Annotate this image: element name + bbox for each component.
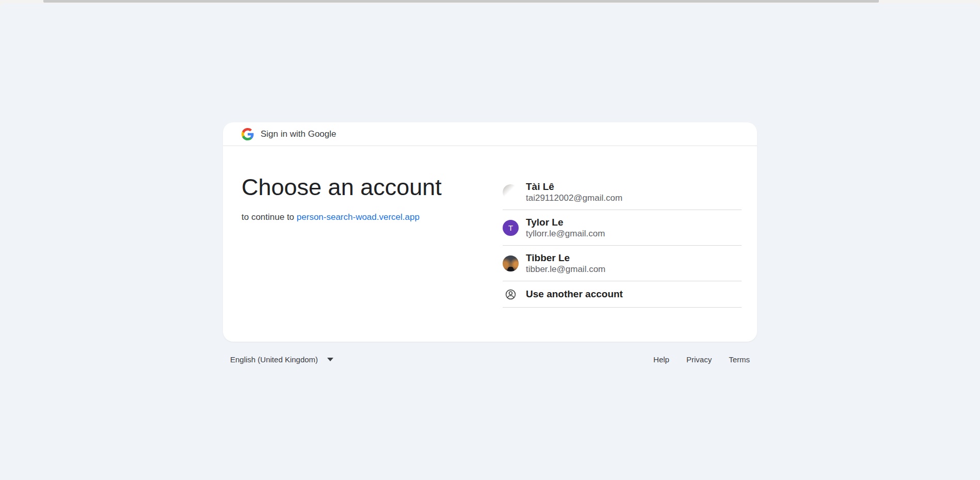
account-email: tibber.le@gmail.com — [526, 264, 605, 275]
terms-link[interactable]: Terms — [729, 355, 750, 364]
card-header: Sign in with Google — [223, 122, 757, 146]
avatar-tylor: T — [503, 220, 519, 236]
app-link[interactable]: person-search-woad.vercel.app — [297, 212, 420, 222]
browser-top-edge — [0, 0, 980, 4]
card-body: Choose an account to continue to person-… — [223, 146, 757, 342]
page-background: Sign in with Google Choose an account to… — [0, 4, 980, 480]
privacy-link[interactable]: Privacy — [686, 355, 712, 364]
caret-down-icon — [327, 358, 333, 361]
google-g-icon — [242, 128, 254, 140]
help-link[interactable]: Help — [653, 355, 669, 364]
account-row-tai[interactable]: Tài Lê tai29112002@gmail.com — [503, 174, 742, 210]
browser-top-bar — [43, 0, 879, 3]
continue-to-prefix: to continue to — [242, 212, 294, 222]
person-circle-icon — [503, 289, 519, 300]
account-email: tyllorr.le@gmail.com — [526, 228, 605, 239]
account-list: Tài Lê tai29112002@gmail.com T Tylor Le … — [503, 174, 742, 308]
account-text: Tibber Le tibber.le@gmail.com — [526, 252, 605, 275]
use-another-account-button[interactable]: Use another account — [503, 281, 742, 308]
account-email: tai29112002@gmail.com — [526, 193, 622, 204]
account-name: Tibber Le — [526, 252, 605, 264]
account-text: Tylor Le tyllorr.le@gmail.com — [526, 216, 605, 239]
account-name: Tylor Le — [526, 216, 605, 228]
footer: English (United Kingdom) Help Privacy Te… — [223, 355, 757, 364]
language-selector[interactable]: English (United Kingdom) — [230, 355, 333, 364]
account-text: Tài Lê tai29112002@gmail.com — [526, 181, 622, 204]
language-label: English (United Kingdom) — [230, 355, 318, 364]
sign-in-with-google-label: Sign in with Google — [261, 129, 336, 139]
account-row-tylor[interactable]: T Tylor Le tyllorr.le@gmail.com — [503, 210, 742, 246]
prompt-column: Choose an account to continue to person-… — [242, 174, 503, 308]
account-row-tibber[interactable]: Tibber Le tibber.le@gmail.com — [503, 246, 742, 281]
sign-in-card: Sign in with Google Choose an account to… — [223, 122, 757, 342]
footer-links: Help Privacy Terms — [653, 355, 750, 364]
page-title: Choose an account — [242, 174, 503, 200]
avatar-tai — [503, 184, 519, 200]
avatar-tibber — [503, 255, 519, 271]
continue-to-text: to continue to person-search-woad.vercel… — [242, 212, 503, 223]
use-another-account-label: Use another account — [526, 289, 623, 300]
account-name: Tài Lê — [526, 181, 622, 193]
